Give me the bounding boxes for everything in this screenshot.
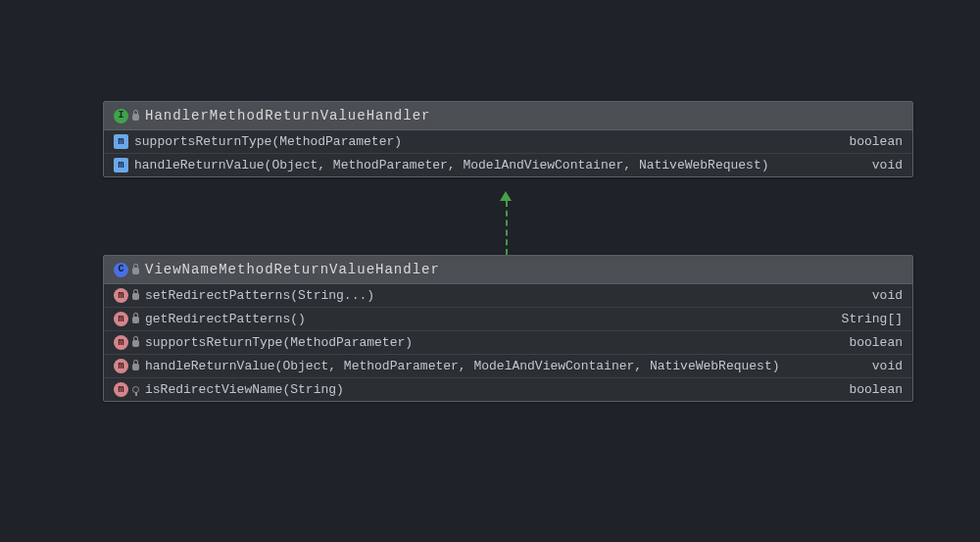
interface-name: HandlerMethodReturnValueHandler [145,108,430,123]
member-row[interactable]: m isRedirectViewName(String) boolean [104,377,912,401]
class-icon: C [114,263,128,277]
member-signature: setRedirectPatterns(String...) [145,288,853,303]
member-signature: supportsReturnType(MethodParameter) [134,134,829,149]
lock-icon [132,340,139,347]
diagram-canvas: I HandlerMethodReturnValueHandler m supp… [0,0,980,542]
interface-box[interactable]: I HandlerMethodReturnValueHandler m supp… [103,101,913,177]
member-signature: handleReturnValue(Object, MethodParamete… [145,359,853,373]
lock-icon [132,293,139,300]
method-icon: m [114,335,128,350]
method-icon: m [114,359,128,373]
member-return: boolean [849,382,903,397]
arrow-head-icon [500,191,512,201]
member-row[interactable]: m supportsReturnType(MethodParameter) bo… [104,330,912,354]
member-return: boolean [849,335,903,350]
method-icon: m [114,312,128,326]
lock-icon [132,317,139,323]
class-box[interactable]: C ViewNameMethodReturnValueHandler m set… [103,255,913,402]
member-signature: supportsReturnType(MethodParameter) [145,335,829,350]
interface-icon: I [114,109,128,123]
abstract-method-icon: m [114,158,128,172]
class-name: ViewNameMethodReturnValueHandler [145,262,440,277]
abstract-method-icon: m [114,134,128,149]
method-icon: m [114,382,128,397]
class-members: m setRedirectPatterns(String...) void m … [104,284,912,401]
member-return: void [872,158,903,172]
lock-icon [132,114,139,121]
member-return: boolean [849,134,903,149]
member-signature: handleReturnValue(Object, MethodParamete… [134,158,853,172]
member-row[interactable]: m handleReturnValue(Object, MethodParame… [104,153,912,176]
implements-arrow [506,201,508,255]
key-icon [132,386,139,393]
interface-header[interactable]: I HandlerMethodReturnValueHandler [104,102,912,130]
lock-icon [132,268,139,274]
member-row[interactable]: m supportsReturnType(MethodParameter) bo… [104,130,912,153]
member-signature: isRedirectViewName(String) [145,382,829,397]
member-return: String[] [842,312,903,326]
member-signature: getRedirectPatterns() [145,312,822,326]
member-row[interactable]: m getRedirectPatterns() String[] [104,307,912,330]
lock-icon [132,364,139,370]
member-row[interactable]: m handleReturnValue(Object, MethodParame… [104,354,912,377]
member-row[interactable]: m setRedirectPatterns(String...) void [104,284,912,307]
member-return: void [872,288,903,303]
member-return: void [872,359,903,373]
class-header[interactable]: C ViewNameMethodReturnValueHandler [104,256,912,284]
method-icon: m [114,288,128,303]
interface-members: m supportsReturnType(MethodParameter) bo… [104,130,912,176]
